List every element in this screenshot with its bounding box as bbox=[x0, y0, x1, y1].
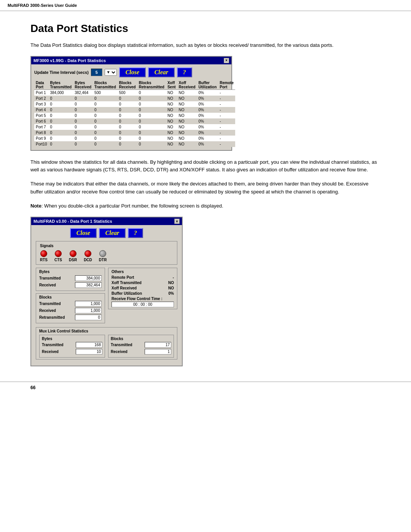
table-row[interactable]: Port 700000NONO0%- bbox=[34, 124, 235, 130]
mux-blocks-rx-label: Received bbox=[111, 350, 127, 354]
signal-label-rts: RTS bbox=[40, 258, 48, 262]
dialog2-title: MultiFRAD v3.00 - Data Port 1 Statistics bbox=[33, 219, 112, 224]
table-cell: 0 bbox=[93, 130, 118, 136]
flow-label: Receive Flow Control Time : bbox=[112, 297, 162, 301]
signal-label-dcd: DCD bbox=[84, 258, 92, 262]
col-header-xoff-rx: XoffReceived bbox=[177, 80, 197, 90]
table-cell: Port 2 bbox=[34, 96, 48, 101]
col-header-blocks-rx: BlocksReceived bbox=[118, 80, 137, 90]
update-label: Update Time Interval (secs) bbox=[34, 70, 89, 75]
col-header-xoff-sent: XoffSent bbox=[166, 80, 177, 90]
table-row[interactable]: Port 800000NONO0%- bbox=[34, 130, 235, 136]
table-cell: 0 bbox=[137, 124, 166, 130]
dialog2-close-button[interactable]: Close bbox=[70, 228, 97, 238]
table-cell: 0 bbox=[118, 113, 137, 118]
table-cell: Port 3 bbox=[34, 101, 48, 107]
table-cell: 0 bbox=[73, 118, 93, 124]
table-cell: 500 bbox=[118, 89, 137, 96]
page-content: Data Port Statistics The Data Port Stati… bbox=[0, 11, 411, 382]
table-cell: 0 bbox=[48, 141, 73, 147]
remote-port-value: - bbox=[155, 275, 174, 280]
mux-bytes-tx-label: Transmitted bbox=[42, 343, 64, 347]
table-cell: - bbox=[218, 113, 235, 118]
dialog1-close-btn[interactable]: × bbox=[224, 58, 229, 63]
intro-text: The Data Port Statistics dialog box disp… bbox=[30, 42, 381, 49]
table-cell: 0 bbox=[137, 96, 166, 101]
description1: This window shows the statistics for all… bbox=[30, 158, 381, 174]
dialog1-help-button[interactable]: ? bbox=[177, 67, 192, 77]
table-row[interactable]: Port 1384,000382,4645005000NONO0%- bbox=[34, 89, 235, 96]
blocks-tx-label: Transmitted bbox=[39, 302, 61, 306]
table-cell: NO bbox=[177, 124, 197, 130]
table-cell: Port 8 bbox=[34, 130, 48, 136]
dialog1-toolbar: Update Time Interval (secs) ▼ Close Clea… bbox=[34, 67, 228, 77]
mux-blocks-title: Blocks bbox=[111, 337, 171, 341]
table-row[interactable]: Port 400000NONO0%- bbox=[34, 107, 235, 113]
table-row[interactable]: Port 900000NONO0%- bbox=[34, 136, 235, 141]
table-cell: - bbox=[218, 101, 235, 107]
table-cell: 0 bbox=[48, 130, 73, 136]
xoff-rx-label: Xoff Received bbox=[112, 286, 137, 290]
blocks-tx-row: Transmitted 1,000 bbox=[39, 301, 102, 307]
dialog2-help-button[interactable]: ? bbox=[128, 228, 143, 238]
signal-item-dsr: DSR bbox=[69, 250, 77, 262]
table-cell: 0 bbox=[118, 141, 137, 147]
table-cell: 0% bbox=[197, 130, 218, 136]
table-cell: 0% bbox=[197, 113, 218, 118]
table-cell: 0 bbox=[137, 118, 166, 124]
dialog1-clear-button[interactable]: Clear bbox=[148, 67, 175, 77]
table-cell: 0% bbox=[197, 96, 218, 101]
table-cell: 0 bbox=[118, 124, 137, 130]
table-cell: 0 bbox=[48, 107, 73, 113]
signal-led-rts bbox=[40, 250, 47, 257]
col-header-blocks-retx: BlocksRetransmitted bbox=[137, 80, 166, 90]
table-cell: 0 bbox=[48, 124, 73, 130]
col-header-blocks-tx: BlocksTransmitted bbox=[93, 80, 118, 90]
xoff-tx-value: NO bbox=[155, 281, 174, 285]
table-cell: NO bbox=[177, 141, 197, 147]
signals-section: Signals RTSCTSDSRDCDDTR bbox=[36, 241, 177, 265]
table-cell: 0 bbox=[73, 136, 93, 141]
table-row[interactable]: Port1000000NONO0%- bbox=[34, 141, 235, 147]
table-row[interactable]: Port 300000NONO0%- bbox=[34, 101, 235, 107]
dialog1-close-button[interactable]: Close bbox=[119, 67, 146, 77]
buf-util-value: 0% bbox=[155, 291, 174, 296]
blocks-rx-row: Received 1,000 bbox=[39, 308, 102, 313]
dialog2-close-btn[interactable]: × bbox=[174, 219, 180, 224]
remote-port-label: Remote Port bbox=[112, 275, 134, 280]
table-row[interactable]: Port 200000NONO0%- bbox=[34, 96, 235, 101]
table-cell: 0 bbox=[118, 130, 137, 136]
table-cell: 382,464 bbox=[73, 89, 93, 96]
update-value-input[interactable] bbox=[91, 69, 102, 76]
signal-label-dtr: DTR bbox=[99, 258, 107, 262]
remote-port-row: Remote Port - bbox=[112, 275, 174, 280]
page-number: 66 bbox=[30, 385, 35, 390]
table-cell: - bbox=[218, 136, 235, 141]
table-cell: Port 4 bbox=[34, 107, 48, 113]
table-row[interactable]: Port 600000NONO0%- bbox=[34, 118, 235, 124]
table-cell: 0 bbox=[73, 107, 93, 113]
table-cell: 0 bbox=[48, 96, 73, 101]
col-header-bytes-tx: BytesTransmitted bbox=[48, 80, 73, 90]
table-cell: 0 bbox=[118, 101, 137, 107]
signal-led-dsr bbox=[70, 250, 76, 257]
table-cell: 0 bbox=[93, 124, 118, 130]
table-cell: NO bbox=[166, 141, 177, 147]
table-row[interactable]: Port 500000NONO0%- bbox=[34, 113, 235, 118]
mux-inner: Bytes Transmitted 168 Received 10 Blocks bbox=[39, 335, 174, 358]
dialog2-clear-button[interactable]: Clear bbox=[99, 228, 126, 238]
mux-section: Mux Link Control Statistics Bytes Transm… bbox=[36, 327, 177, 359]
table-cell: NO bbox=[166, 113, 177, 118]
table-cell: NO bbox=[166, 130, 177, 136]
table-cell: NO bbox=[166, 107, 177, 113]
blocks-retx-row: Retransmitted 0 bbox=[39, 315, 102, 320]
table-cell: Port 5 bbox=[34, 113, 48, 118]
table-cell: 0 bbox=[137, 136, 166, 141]
xoff-tx-row: Xoff Transmitted NO bbox=[112, 281, 174, 285]
col-header-remote: RemotePort bbox=[218, 80, 235, 90]
dialog1-titlebar: MF3000 v1.99G - Data Port Statistics × bbox=[31, 57, 231, 64]
note-label: Note bbox=[30, 203, 41, 209]
mux-bytes-rx-label: Received bbox=[42, 350, 59, 354]
mux-bytes-rx-row: Received 10 bbox=[42, 349, 102, 355]
update-dropdown[interactable]: ▼ bbox=[105, 69, 117, 76]
